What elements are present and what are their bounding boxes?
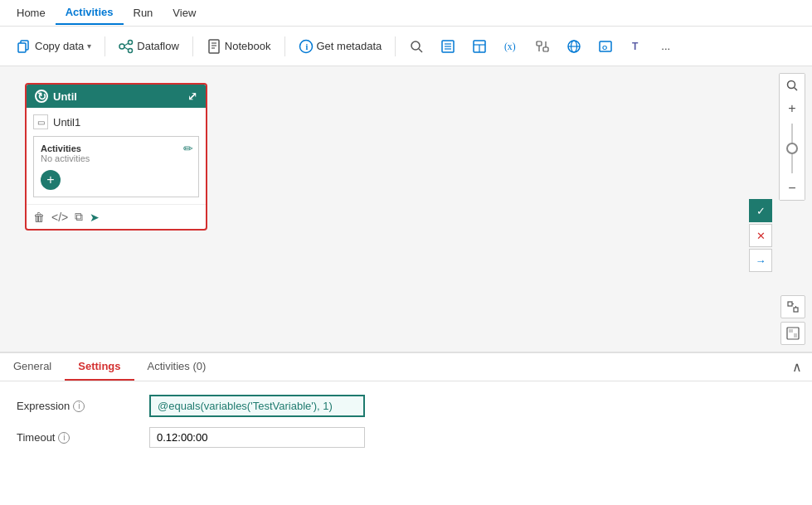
dataflow-icon xyxy=(119,39,134,54)
notebook-label: Notebook xyxy=(225,40,271,52)
svg-line-5 xyxy=(124,43,129,46)
arrow-icon-btn[interactable]: → xyxy=(749,249,772,272)
until-body: ▭ Until1 Activities No activities ✏ + xyxy=(27,108,206,204)
toolbar-get-metadata[interactable]: i Get metadata xyxy=(292,36,389,57)
svg-rect-7 xyxy=(209,40,219,53)
bottom-panel-header: General Settings Activities (0) ∧ xyxy=(0,353,812,381)
copy-data-label: Copy data xyxy=(35,40,84,52)
toolbar-teams[interactable]: T xyxy=(623,36,651,57)
timeout-row: Timeout i xyxy=(17,427,795,448)
search-icon xyxy=(409,39,424,54)
svg-line-6 xyxy=(124,47,129,50)
copy-icon[interactable]: ⧉ xyxy=(75,210,83,224)
top-nav: Home Activities Run View xyxy=(0,0,812,27)
nav-item-view[interactable]: View xyxy=(163,2,206,24)
svg-point-13 xyxy=(411,41,420,50)
collapse-button[interactable]: ∧ xyxy=(782,356,812,378)
dataflow-label: Dataflow xyxy=(137,40,179,52)
toolbar-copy-data[interactable]: Copy data ▾ xyxy=(10,36,98,57)
svg-point-33 xyxy=(788,81,795,89)
more-label: ... xyxy=(661,40,670,52)
variable-icon: (x) xyxy=(503,39,518,54)
until-name: Until1 xyxy=(53,116,80,129)
until-loop-icon: ↻ xyxy=(35,90,48,103)
edit-activities-icon[interactable]: ✏ xyxy=(183,142,193,155)
canvas: ↻ Until ⤢ ▭ Until1 Activities No activit… xyxy=(0,66,812,352)
config-icon xyxy=(535,39,550,54)
until-title: Until xyxy=(53,90,77,103)
expand-icon[interactable]: ⤢ xyxy=(187,90,197,103)
notebook-icon xyxy=(207,39,221,54)
toolbar-variable[interactable]: (x) xyxy=(497,36,525,57)
minimap-button[interactable] xyxy=(780,322,805,345)
fit-view-button[interactable] xyxy=(780,295,805,318)
side-panel-icons: ✓ ✕ → xyxy=(749,199,772,272)
bottom-content: Expression i Timeout i xyxy=(0,381,812,471)
timeout-input[interactable] xyxy=(149,427,365,448)
bottom-panel: General Settings Activities (0) ∧ Expres… xyxy=(0,352,812,505)
expression-row: Expression i xyxy=(17,395,795,417)
svg-line-34 xyxy=(795,88,798,91)
get-metadata-icon: i xyxy=(299,39,314,54)
toolbar-table[interactable] xyxy=(465,36,494,57)
copy-data-caret: ▾ xyxy=(87,41,91,51)
no-activities-text: No activities xyxy=(41,153,192,163)
tab-general[interactable]: General xyxy=(0,353,65,381)
zoom-search-button[interactable] xyxy=(780,74,805,97)
expression-label: Expression i xyxy=(17,400,149,412)
until-footer: 🗑 </> ⧉ ➤ xyxy=(27,204,206,229)
toolbar-globe[interactable] xyxy=(560,36,588,57)
run-icon[interactable]: ➤ xyxy=(90,211,100,224)
nav-item-activities[interactable]: Activities xyxy=(56,1,124,25)
expression-input[interactable] xyxy=(149,395,365,417)
toolbar-list[interactable] xyxy=(434,36,462,57)
activities-label: Activities xyxy=(41,143,192,153)
zoom-slider[interactable] xyxy=(791,124,793,173)
toolbar: Copy data ▾ Dataflow Notebook i Get meta… xyxy=(0,27,812,66)
svg-point-4 xyxy=(129,48,133,52)
list-icon xyxy=(440,39,455,54)
svg-rect-23 xyxy=(537,41,542,46)
tab-settings[interactable]: Settings xyxy=(65,353,134,381)
expression-info-icon[interactable]: i xyxy=(73,401,85,412)
toolbar-search[interactable] xyxy=(402,36,430,57)
toolbar-outlook[interactable]: O xyxy=(591,36,620,57)
check-icon-btn[interactable]: ✓ xyxy=(749,199,772,222)
tab-activities[interactable]: Activities (0) xyxy=(134,353,220,381)
copy-data-icon xyxy=(17,39,32,54)
nav-item-home[interactable]: Home xyxy=(7,2,56,24)
timeout-label-text: Timeout xyxy=(17,431,55,444)
zoom-in-button[interactable]: + xyxy=(780,97,805,120)
toolbar-notebook[interactable]: Notebook xyxy=(200,36,278,57)
svg-rect-35 xyxy=(788,302,792,306)
toolbar-more[interactable]: ... xyxy=(654,36,677,56)
add-activity-button[interactable]: + xyxy=(41,170,61,190)
delete-icon[interactable]: 🗑 xyxy=(33,211,45,224)
svg-point-2 xyxy=(119,44,124,49)
timeout-info-icon[interactable]: i xyxy=(58,432,70,444)
svg-text:(x): (x) xyxy=(504,41,516,52)
nav-item-run[interactable]: Run xyxy=(124,2,163,24)
timeout-label: Timeout i xyxy=(17,431,149,444)
toolbar-dataflow[interactable]: Dataflow xyxy=(112,36,186,57)
svg-rect-41 xyxy=(794,333,797,337)
svg-rect-40 xyxy=(789,329,793,333)
svg-text:O: O xyxy=(602,44,607,51)
svg-rect-1 xyxy=(18,43,26,52)
svg-text:T: T xyxy=(632,41,639,52)
activities-box: Activities No activities ✏ + xyxy=(33,136,199,197)
get-metadata-label: Get metadata xyxy=(317,40,382,52)
until-header-left: ↻ Until xyxy=(35,90,77,103)
teams-icon: T xyxy=(630,39,644,54)
zoom-thumb[interactable] xyxy=(786,143,798,154)
zoom-out-button[interactable]: − xyxy=(780,177,805,200)
svg-rect-36 xyxy=(794,308,798,312)
globe-icon xyxy=(566,39,581,54)
cross-icon-btn[interactable]: ✕ xyxy=(749,224,772,247)
svg-rect-24 xyxy=(543,47,548,51)
svg-line-14 xyxy=(419,49,422,52)
toolbar-config[interactable] xyxy=(528,36,557,57)
outlook-icon: O xyxy=(598,39,613,54)
code-icon[interactable]: </> xyxy=(51,211,68,224)
until-card: ↻ Until ⤢ ▭ Until1 Activities No activit… xyxy=(25,83,207,231)
